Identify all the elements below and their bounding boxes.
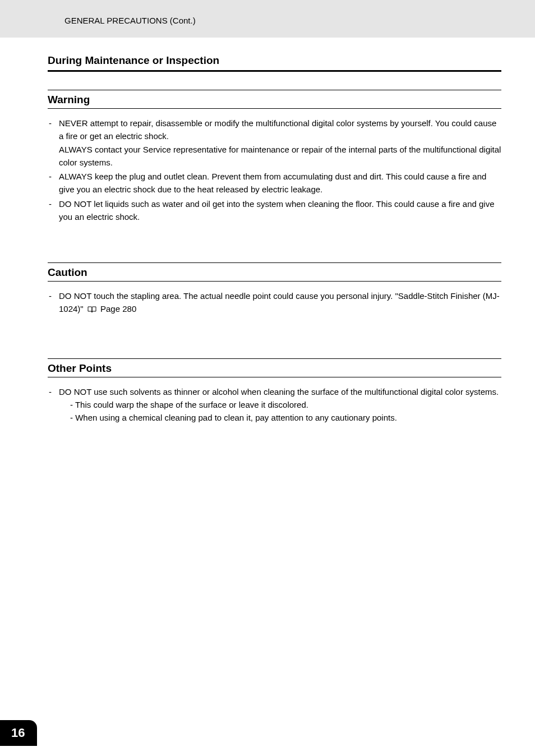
other-points-title: Other Points xyxy=(48,358,501,377)
sub-item-1: - This could warp the shape of the surfa… xyxy=(59,398,501,411)
dash: - xyxy=(48,289,59,316)
header-bar: GENERAL PRECAUTIONS (Cont.) xyxy=(0,0,535,38)
warning-item-1: NEVER attempt to repair, disassemble or … xyxy=(59,118,496,141)
list-content: NEVER attempt to repair, disassemble or … xyxy=(59,117,501,169)
page-number: 16 xyxy=(0,720,37,746)
list-content: DO NOT use such solvents as thinner or a… xyxy=(59,385,501,425)
dash: - xyxy=(48,197,59,224)
header-text: GENERAL PRECAUTIONS (Cont.) xyxy=(64,16,196,25)
warning-item-1-cont: ALWAYS contact your Service representati… xyxy=(59,145,501,167)
warning-item-2: ALWAYS keep the plug and outlet clean. P… xyxy=(59,170,501,196)
dash: - xyxy=(48,170,59,196)
caution-item-after: Page 280 xyxy=(98,304,136,314)
list-item: - NEVER attempt to repair, disassemble o… xyxy=(48,117,501,169)
caution-body: - DO NOT touch the stapling area. The ac… xyxy=(48,289,501,316)
warning-title: Warning xyxy=(48,90,501,109)
list-item: - DO NOT let liquids such as water and o… xyxy=(48,197,501,224)
list-content: DO NOT touch the stapling area. The actu… xyxy=(59,289,501,316)
sub-item-2: - When using a chemical cleaning pad to … xyxy=(59,411,501,424)
dash: - xyxy=(48,385,59,425)
warning-item-3: DO NOT let liquids such as water and oil… xyxy=(59,197,501,224)
list-item: - DO NOT use such solvents as thinner or… xyxy=(48,385,501,425)
caution-title: Caution xyxy=(48,262,501,282)
content-area: During Maintenance or Inspection Warning… xyxy=(0,54,535,425)
book-icon xyxy=(87,303,96,316)
other-item-1: DO NOT use such solvents as thinner or a… xyxy=(59,387,499,397)
dash: - xyxy=(48,117,59,169)
other-points-body: - DO NOT use such solvents as thinner or… xyxy=(48,385,501,425)
list-item: - DO NOT touch the stapling area. The ac… xyxy=(48,289,501,316)
warning-body: - NEVER attempt to repair, disassemble o… xyxy=(48,117,501,223)
section-title: During Maintenance or Inspection xyxy=(48,54,501,72)
list-item: - ALWAYS keep the plug and outlet clean.… xyxy=(48,170,501,196)
